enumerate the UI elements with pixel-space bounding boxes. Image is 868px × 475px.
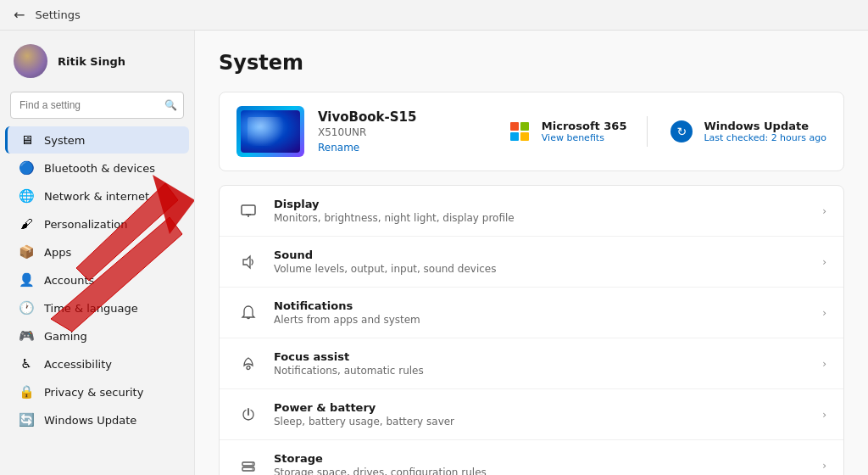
notifications-title: Notifications [274,299,809,312]
sidebar-item-time[interactable]: 🕐Time & language [5,294,189,321]
notifications-description: Alerts from apps and system [274,314,809,326]
focusassist-description: Notifications, automatic rules [274,365,809,377]
privacy-nav-icon: 🔒 [19,384,34,400]
sidebar-item-network[interactable]: 🌐Network & internet [5,182,189,210]
settings-item-focusassist[interactable]: Focus assistNotifications, automatic rul… [220,338,843,389]
sidebar-item-label-time: Time & language [44,302,138,315]
back-button[interactable]: ← [14,7,25,23]
page-title: System [219,51,844,75]
device-name: VivoBook-S15 [318,109,417,125]
sidebar-item-label-windowsupdate: Windows Update [44,414,136,427]
device-text-info: VivoBook-S15 X510UNR Rename [318,109,417,154]
user-profile[interactable]: Ritik Singh [0,31,194,88]
sidebar-item-label-privacy: Privacy & security [44,386,143,399]
display-text: DisplayMonitors, brightness, night light… [274,198,809,224]
device-info: VivoBook-S15 X510UNR Rename [236,106,417,157]
wu-title: Windows Update [704,120,826,132]
device-rename-link[interactable]: Rename [318,142,359,154]
sidebar-item-label-bluetooth: Bluetooth & devices [44,162,155,175]
accounts-nav-icon: 👤 [19,272,34,288]
sound-chevron: › [822,256,826,268]
ms365-icon [506,118,533,145]
sidebar-item-system[interactable]: 🖥System [5,126,189,154]
sidebar-item-label-personalization: Personalization [44,218,128,231]
power-description: Sleep, battery usage, battery saver [274,416,809,428]
focusassist-title: Focus assist [274,350,809,363]
settings-item-power[interactable]: Power & batterySleep, battery usage, bat… [220,389,843,440]
device-thumbnail [236,106,304,157]
sidebar-item-gaming[interactable]: 🎮Gaming [5,322,189,349]
sidebar-item-accounts[interactable]: 👤Accounts [5,266,189,293]
svg-point-8 [252,463,253,465]
sound-icon [236,250,260,274]
notifications-text: NotificationsAlerts from apps and system [274,299,809,326]
settings-item-storage[interactable]: StorageStorage space, drives, configurat… [220,440,843,475]
title-bar-label: Settings [35,8,80,21]
sound-title: Sound [274,249,809,261]
avatar [14,44,47,78]
ms365-text: Microsoft 365 View benefits [542,120,627,143]
device-model: X510UNR [318,126,417,138]
sidebar-item-label-apps: Apps [44,246,71,259]
sidebar-item-privacy[interactable]: 🔒Privacy & security [5,378,189,405]
quick-link-divider [647,116,648,147]
sidebar-item-label-accounts: Accounts [44,274,94,287]
svg-point-5 [247,366,250,369]
personalization-nav-icon: 🖌 [19,216,34,232]
display-chevron: › [822,205,826,217]
main-layout: Ritik Singh 🔍 🖥System🔵Bluetooth & device… [0,31,868,475]
accessibility-nav-icon: ♿ [19,356,34,372]
sidebar-item-personalization[interactable]: 🖌Personalization [5,210,189,238]
sidebar-item-windowsupdate[interactable]: 🔄Windows Update [5,406,189,433]
notifications-chevron: › [822,307,826,319]
power-chevron: › [822,409,826,421]
focusassist-icon [236,352,260,376]
sound-text: SoundVolume levels, output, input, sound… [274,249,809,275]
ms365-subtitle: View benefits [542,132,627,143]
svg-point-9 [252,468,253,470]
search-input[interactable] [10,92,184,119]
settings-item-sound[interactable]: SoundVolume levels, output, input, sound… [220,237,843,288]
settings-item-display[interactable]: DisplayMonitors, brightness, night light… [220,186,843,237]
storage-title: Storage [274,452,809,465]
display-description: Monitors, brightness, night light, displ… [274,212,809,224]
power-text: Power & batterySleep, battery usage, bat… [274,401,809,428]
sidebar-item-label-accessibility: Accessibility [44,358,112,371]
storage-text: StorageStorage space, drives, configurat… [274,452,809,475]
notifications-icon [236,301,260,325]
ms365-quick-link[interactable]: Microsoft 365 View benefits [506,118,627,145]
focusassist-chevron: › [822,358,826,370]
sidebar-item-accessibility[interactable]: ♿Accessibility [5,350,189,377]
bluetooth-nav-icon: 🔵 [19,160,34,176]
content-area: System VivoBook-S15 X510UNR Rename [195,31,868,475]
windows-update-icon: ↻ [668,118,695,145]
search-box: 🔍 [10,92,184,119]
sidebar-item-label-system: System [44,134,85,147]
storage-chevron: › [822,460,826,472]
time-nav-icon: 🕐 [19,300,34,316]
display-icon [236,199,260,223]
power-icon [236,403,260,427]
sidebar-item-bluetooth[interactable]: 🔵Bluetooth & devices [5,154,189,182]
power-title: Power & battery [274,401,809,414]
ms365-title: Microsoft 365 [542,120,627,132]
sidebar-item-apps[interactable]: 📦Apps [5,238,189,265]
display-title: Display [274,198,809,210]
wu-subtitle: Last checked: 2 hours ago [704,132,826,143]
sidebar: Ritik Singh 🔍 🖥System🔵Bluetooth & device… [0,31,195,475]
nav-list: 🖥System🔵Bluetooth & devices🌐Network & in… [0,126,194,434]
settings-item-notifications[interactable]: NotificationsAlerts from apps and system… [220,288,843,338]
sidebar-item-label-network: Network & internet [44,190,149,203]
svg-rect-1 [242,205,255,215]
storage-icon [236,454,260,476]
title-bar: ← Settings [0,0,868,31]
device-quick-links: Microsoft 365 View benefits ↻ Windows Up… [506,116,826,147]
svg-marker-4 [243,256,250,268]
windows-update-text: Windows Update Last checked: 2 hours ago [704,120,826,143]
gaming-nav-icon: 🎮 [19,328,34,344]
sound-description: Volume levels, output, input, sound devi… [274,263,809,275]
network-nav-icon: 🌐 [19,188,34,204]
windows-update-quick-link[interactable]: ↻ Windows Update Last checked: 2 hours a… [668,118,826,145]
system-nav-icon: 🖥 [19,132,34,148]
storage-description: Storage space, drives, configuration rul… [274,467,809,475]
